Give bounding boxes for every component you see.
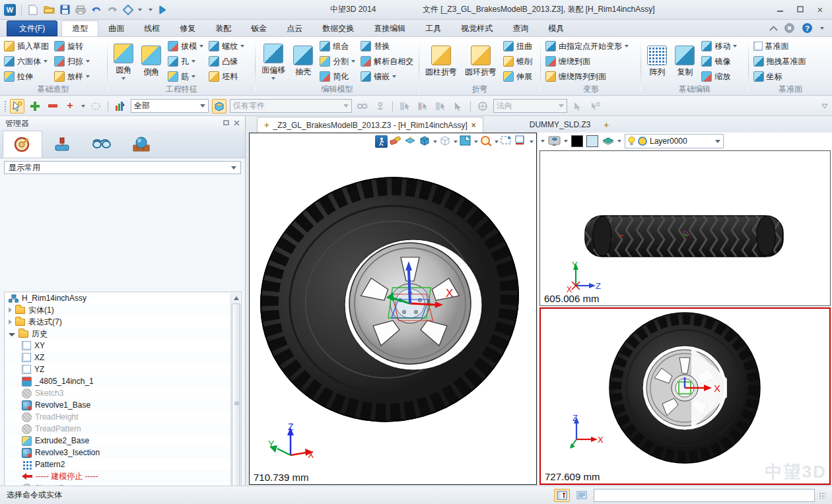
add-selection-icon[interactable] xyxy=(28,99,42,113)
simplify-button[interactable]: 简化 xyxy=(318,70,357,83)
tab-close-icon[interactable]: × xyxy=(471,121,476,130)
tree-scrollbar[interactable] xyxy=(230,293,240,504)
shaded-display-icon[interactable] xyxy=(419,135,431,148)
window-select-icon[interactable] xyxy=(63,99,78,113)
tab-layer-manager[interactable] xyxy=(121,131,161,158)
stock-button[interactable]: 坯料 xyxy=(207,70,246,83)
stretch-button[interactable]: 伸展 xyxy=(502,70,534,83)
toolbar-grip[interactable] xyxy=(4,100,7,112)
tree-item-revolve3[interactable]: Revolve3_Isection xyxy=(5,447,241,458)
wrap-array-to-face-button[interactable]: 缠绕阵列到面 xyxy=(544,70,630,83)
tab-history-manager[interactable] xyxy=(3,131,42,158)
csys-button[interactable]: 坐标 xyxy=(752,70,808,83)
tree-item-expressions[interactable]: 表达式(7) xyxy=(5,316,241,328)
render-mode-icon[interactable] xyxy=(548,135,561,148)
tab-shape[interactable]: 造型 xyxy=(61,20,98,36)
tab-inquire[interactable]: 查询 xyxy=(503,20,538,36)
pattern-button[interactable]: 阵列 xyxy=(644,45,670,79)
lasso-select-icon[interactable] xyxy=(88,99,103,113)
select-tool-icon[interactable] xyxy=(10,99,24,113)
help-dropdown-arrow[interactable] xyxy=(820,27,824,30)
view-layout-icon[interactable] xyxy=(460,135,472,148)
section-dropdown-arrow[interactable] xyxy=(530,141,534,143)
toroidal-bend-button[interactable]: 圆环折弯 xyxy=(462,45,499,79)
zoom-icon[interactable] xyxy=(480,135,493,148)
play-macro-icon[interactable] xyxy=(156,4,168,16)
tab-repair[interactable]: 修复 xyxy=(170,20,205,36)
qat-customize-dropdown-arrow[interactable] xyxy=(149,9,153,11)
thread-button[interactable]: 螺纹 xyxy=(207,40,246,53)
scale-button[interactable]: 缩放 xyxy=(700,70,738,83)
expand-collapsed-icon[interactable] xyxy=(9,307,12,313)
resolve-selfintersection-button[interactable]: 解析自相交 xyxy=(359,55,415,68)
datum-plane-button[interactable]: 基准面 xyxy=(752,40,808,53)
normal-combo[interactable]: 法向 xyxy=(493,99,567,113)
render-mode-dropdown-arrow[interactable] xyxy=(564,140,568,142)
tree-item-solids[interactable]: 实体(1) xyxy=(5,304,241,316)
window-select-dropdown-arrow[interactable] xyxy=(81,105,85,108)
layer-stack-icon[interactable] xyxy=(602,135,614,148)
view-gizmo-dropdown-arrow[interactable] xyxy=(138,9,142,11)
document-tab-active[interactable]: + _Z3_GL_BrakesModelB_2013.Z3 - [H_Rim14… xyxy=(257,117,483,133)
morph-from-point-button[interactable]: 由指定点开始变形 xyxy=(544,40,630,53)
hole-button[interactable]: 孔 xyxy=(166,55,205,68)
entity-filter-combo[interactable]: 全部 xyxy=(131,99,209,113)
tab-surface[interactable]: 曲面 xyxy=(98,20,134,36)
tree-item-history[interactable]: 历史 xyxy=(5,328,241,340)
panel-close-icon[interactable] xyxy=(234,119,240,127)
message-log-icon[interactable] xyxy=(574,489,590,502)
draft-button[interactable]: 拔模 xyxy=(166,40,205,53)
tab-mold[interactable]: 模具 xyxy=(538,20,574,36)
loft-button[interactable]: 放样 xyxy=(53,70,91,83)
restore-button[interactable] xyxy=(791,3,810,16)
view-layout-dropdown-arrow[interactable] xyxy=(474,141,478,143)
viewport-side[interactable]: Y Z X 605.006 mm xyxy=(539,150,831,306)
view-gizmo-icon[interactable] xyxy=(122,4,134,16)
mirror-button[interactable]: 镜像 xyxy=(700,55,738,68)
document-tab-dummy[interactable]: DUMMY_SLD.Z3 xyxy=(523,117,598,133)
tree-filter-combo[interactable]: 显示常用 xyxy=(4,161,241,174)
tab-visual-style[interactable]: 视觉样式 xyxy=(451,20,503,36)
viewport-main[interactable]: X Z Y X 710.739 mm xyxy=(249,133,537,485)
more-dropdown-arrow[interactable] xyxy=(541,140,545,142)
command-input[interactable] xyxy=(594,489,815,502)
zoom-dropdown-arrow[interactable] xyxy=(495,141,499,143)
tree-item-pattern2[interactable]: Pattern2 xyxy=(5,458,241,470)
tab-direct-edit[interactable]: 直接编辑 xyxy=(364,20,415,36)
section-dim-icon[interactable] xyxy=(515,135,528,148)
cylindrical-bend-button[interactable]: 圆柱折弯 xyxy=(423,45,460,79)
remove-selection-icon[interactable] xyxy=(46,99,60,113)
divide-button[interactable]: 分割 xyxy=(318,55,357,68)
scope-combo[interactable]: 仅有零件 xyxy=(230,99,352,113)
tab-sheetmetal[interactable]: 钣金 xyxy=(241,20,277,36)
collapse-ribbon-icon[interactable] xyxy=(769,26,778,34)
open-file-icon[interactable] xyxy=(43,4,55,16)
scroll-thumb[interactable] xyxy=(232,303,240,501)
move-button[interactable]: 移动 xyxy=(700,40,738,53)
chamfer-button[interactable]: 倒角 xyxy=(139,45,164,79)
copy-button[interactable]: 复制 xyxy=(672,45,697,79)
window-resize-icon[interactable] xyxy=(501,135,513,148)
shell-button[interactable]: 抽壳 xyxy=(291,45,316,79)
tree-item-extrude2[interactable]: Extrude2_Base xyxy=(5,435,241,447)
tree-item-xy[interactable]: XY xyxy=(5,340,241,352)
tree-item-component-4805[interactable]: _4805_14inch_1 xyxy=(5,375,241,387)
taper-button[interactable]: 锥削 xyxy=(502,55,534,68)
tab-visual-manager[interactable] xyxy=(82,131,121,158)
face-color-swatch[interactable] xyxy=(586,135,598,147)
tab-assembly-manager[interactable] xyxy=(42,131,82,158)
panel-restore-icon[interactable] xyxy=(223,119,230,127)
scroll-up-icon[interactable] xyxy=(231,293,241,303)
edge-color-swatch[interactable] xyxy=(571,135,583,147)
tree-item-treadpattern[interactable]: TreadPattern xyxy=(5,423,241,435)
new-file-icon[interactable] xyxy=(27,4,39,16)
minimize-button[interactable] xyxy=(771,3,790,16)
exit-target-icon[interactable] xyxy=(375,135,388,148)
tree-item-yz[interactable]: YZ xyxy=(5,363,241,375)
inlay-button[interactable]: 镶嵌 xyxy=(359,70,415,83)
tab-data-exchange[interactable]: 数据交换 xyxy=(312,20,364,36)
layer-dropdown-arrow[interactable] xyxy=(617,140,621,142)
layer-combo[interactable]: Layer0000 xyxy=(625,134,724,148)
lip-button[interactable]: 凸缘 xyxy=(207,55,246,68)
tree-item-revolve1[interactable]: Revolve1_Base xyxy=(5,399,241,411)
